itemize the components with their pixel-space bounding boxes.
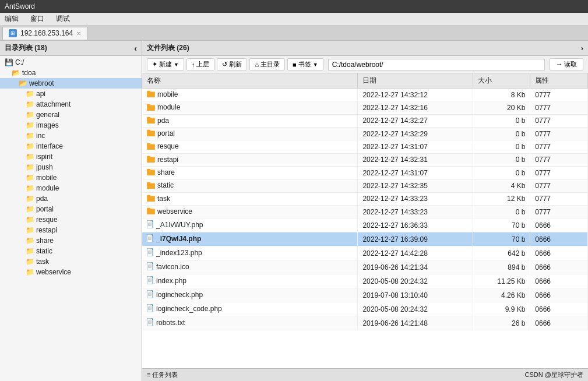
file-size: 0 b xyxy=(473,140,530,153)
file-icon xyxy=(147,234,154,244)
up-button[interactable]: ↑ 上层 xyxy=(186,58,215,70)
table-row[interactable]: _i7QwIJ4.php2022-12-27 16:39:0970 b0666 xyxy=(142,232,588,246)
new-dropdown-arrow: ▼ xyxy=(174,62,179,68)
table-row[interactable]: favicon.ico2019-06-26 14:21:34894 b0666 xyxy=(142,260,588,274)
read-icon: → xyxy=(556,61,562,68)
tree-item-jpush[interactable]: 📁jpush xyxy=(0,162,142,172)
table-row[interactable]: resque2022-12-27 14:31:070 b0777 xyxy=(142,140,588,153)
svg-rect-1 xyxy=(147,91,150,93)
table-row[interactable]: task2022-12-27 14:33:2312 Kb0777 xyxy=(142,192,588,205)
table-row[interactable]: index.php2020-05-08 20:24:3211.25 Kb0666 xyxy=(142,274,588,288)
tree-item-tdoa[interactable]: 📂tdoa xyxy=(0,68,142,78)
tree-item-webroot[interactable]: 📂webroot xyxy=(0,78,142,89)
tree-item-label: restapi xyxy=(36,226,57,234)
table-row[interactable]: _index123.php2022-12-27 14:42:28642 b066… xyxy=(142,246,588,260)
folder-icon: 📁 xyxy=(26,257,34,266)
tree-item-label: task xyxy=(36,257,49,266)
tree-item-mobile[interactable]: 📁mobile xyxy=(0,172,142,183)
svg-rect-7 xyxy=(147,130,150,132)
table-row[interactable]: pda2022-12-27 14:32:270 b0777 xyxy=(142,114,588,127)
file-attr: 0777 xyxy=(530,89,588,101)
table-row[interactable]: robots.txt2019-06-26 14:21:4826 b0666 xyxy=(142,316,588,330)
right-panel-collapse-icon[interactable]: › xyxy=(581,44,583,52)
directory-tree: 💾C:/📂tdoa📂webroot📁api📁attachment📁general… xyxy=(0,56,142,381)
refresh-label: 刷新 xyxy=(229,60,242,69)
file-attr: 0666 xyxy=(530,316,588,330)
tree-item-share[interactable]: 📁share xyxy=(0,235,142,246)
connection-icon: ⊞ xyxy=(9,29,17,37)
tree-item-label: tdoa xyxy=(22,69,36,77)
tree-item-label: pda xyxy=(36,195,48,203)
home-button[interactable]: ⌂ 主目录 xyxy=(249,58,285,70)
left-panel-collapse-icon[interactable]: ‹ xyxy=(134,44,137,53)
main-layout: 目录列表 (18) ‹ 💾C:/📂tdoa📂webroot📁api📁attach… xyxy=(0,41,588,381)
tree-item-images[interactable]: 📁images xyxy=(0,120,142,130)
tree-item-task[interactable]: 📁task xyxy=(0,256,142,267)
menu-item-window[interactable]: 窗口 xyxy=(28,13,47,25)
menu-item-edit[interactable]: 编辑 xyxy=(2,13,21,25)
tree-item-static[interactable]: 📁static xyxy=(0,246,142,256)
file-name: robots.txt xyxy=(142,316,358,330)
tree-item-inc[interactable]: 📁inc xyxy=(0,130,142,141)
folder-icon xyxy=(147,143,155,151)
tree-item-label: webservice xyxy=(36,268,71,276)
file-icon xyxy=(147,290,154,300)
file-attr: 0777 xyxy=(530,192,588,205)
table-row[interactable]: module2022-12-27 14:32:1620 Kb0777 xyxy=(142,101,588,114)
file-date: 2019-06-26 14:21:48 xyxy=(358,316,473,330)
tree-item-api[interactable]: 📁api xyxy=(0,89,142,99)
bookmark-button[interactable]: ■ 书签 ▼ xyxy=(287,58,323,70)
folder-icon: 📁 xyxy=(26,142,34,150)
tab-bar: ⊞ 192.168.253.164 ✕ xyxy=(0,26,588,41)
tree-item-restapi[interactable]: 📁restapi xyxy=(0,225,142,235)
right-panel: 文件列表 (26) › ✦ 新建 ▼ ↑ 上层 ↺ 刷新 ⌂ 主目录 xyxy=(142,41,588,381)
folder-icon: 📁 xyxy=(26,90,34,98)
task-list-label[interactable]: ≡ 任务列表 xyxy=(147,371,178,379)
new-button[interactable]: ✦ 新建 ▼ xyxy=(147,58,184,70)
table-row[interactable]: mobile2022-12-27 14:32:128 Kb0777 xyxy=(142,89,588,101)
tab-connection[interactable]: ⊞ 192.168.253.164 ✕ xyxy=(2,27,87,40)
file-attr: 0666 xyxy=(530,302,588,316)
table-row[interactable]: share2022-12-27 14:31:070 b0777 xyxy=(142,166,588,179)
svg-rect-5 xyxy=(147,117,150,119)
tree-item-label: static xyxy=(36,247,52,255)
file-date: 2022-12-27 14:33:23 xyxy=(358,205,473,218)
file-date: 2022-12-27 14:32:16 xyxy=(358,101,473,114)
read-button[interactable]: → 读取 xyxy=(550,58,583,70)
table-row[interactable]: logincheck.php2019-07-08 13:10:404.26 Kb… xyxy=(142,288,588,302)
refresh-button[interactable]: ↺ 刷新 xyxy=(217,58,247,70)
table-row[interactable]: _A1IvWUY.php2022-12-27 16:36:3370 b0666 xyxy=(142,218,588,232)
tree-item-pda[interactable]: 📁pda xyxy=(0,193,142,204)
folder-icon xyxy=(147,156,155,164)
file-name: resque xyxy=(142,140,358,153)
table-row[interactable]: static2022-12-27 14:32:354 Kb0777 xyxy=(142,179,588,192)
folder-icon: 📁 xyxy=(26,205,34,213)
table-row[interactable]: portal2022-12-27 14:32:290 b0777 xyxy=(142,127,588,140)
read-label: 读取 xyxy=(564,61,577,68)
folder-icon: 📁 xyxy=(26,111,34,119)
tree-item-resque[interactable]: 📁resque xyxy=(0,214,142,225)
tree-item-attachment[interactable]: 📁attachment xyxy=(0,99,142,110)
tree-item-module[interactable]: 📁module xyxy=(0,183,142,193)
tree-item-portal[interactable]: 📁portal xyxy=(0,204,142,214)
file-attr: 0777 xyxy=(530,153,588,166)
path-input[interactable] xyxy=(328,59,545,70)
file-date: 2022-12-27 14:33:23 xyxy=(358,192,473,205)
tree-item-interface[interactable]: 📁interface xyxy=(0,141,142,151)
tab-close-icon[interactable]: ✕ xyxy=(76,30,81,37)
tree-item-C[interactable]: 💾C:/ xyxy=(0,57,142,68)
folder-icon: 📁 xyxy=(26,216,34,224)
bookmark-label: 书签 xyxy=(298,60,311,69)
tree-item-label: images xyxy=(36,121,59,129)
table-row[interactable]: webservice2022-12-27 14:33:230 b0777 xyxy=(142,205,588,218)
up-icon: ↑ xyxy=(192,61,195,68)
folder-icon xyxy=(147,117,155,125)
menu-item-debug[interactable]: 调试 xyxy=(54,13,72,25)
tree-item-general[interactable]: 📁general xyxy=(0,110,142,120)
tree-item-ispirit[interactable]: 📁ispirit xyxy=(0,151,142,162)
watermark: CSDN @星球守护者 xyxy=(525,371,583,379)
file-size: 0 b xyxy=(473,127,530,140)
table-row[interactable]: logincheck_code.php2020-05-08 20:24:329.… xyxy=(142,302,588,316)
table-row[interactable]: restapi2022-12-27 14:32:310 b0777 xyxy=(142,153,588,166)
tree-item-webservice[interactable]: 📁webservice xyxy=(0,267,142,277)
